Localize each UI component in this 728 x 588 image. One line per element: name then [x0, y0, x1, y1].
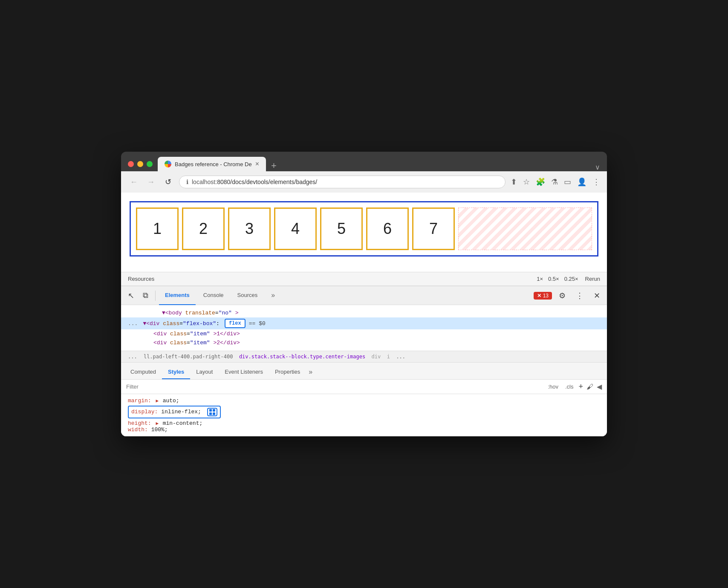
css-rules: margin: ▶ auto; display: inline-flex; — [121, 394, 607, 436]
breadcrumb-bar: ... ll.pad-left-400.pad-right-400 div.st… — [121, 351, 607, 363]
minimize-button[interactable] — [137, 161, 143, 167]
dom-div-tag: ▼<div class="flex-box": — [143, 320, 219, 327]
security-icon: ℹ — [186, 179, 188, 185]
dom-tree: ▼<body translate="no" > ... ▼<div class=… — [121, 305, 607, 351]
dom-item1-line[interactable]: <div class="item" >1</div> — [121, 329, 607, 338]
css-prop-height: height: — [128, 420, 151, 427]
styles-filter-input[interactable] — [126, 383, 543, 390]
css-value-margin: auto; — [163, 398, 179, 404]
zoom-1x-button[interactable]: 1× — [537, 276, 543, 282]
bookmark-icon[interactable]: ☆ — [523, 177, 530, 187]
styles-filter-bar: :hov .cls + 🖌 ◀ — [121, 380, 607, 394]
resources-label: Resources — [128, 276, 154, 282]
tab-layout[interactable]: Layout — [190, 365, 219, 379]
toolbar-separator — [155, 291, 156, 301]
flex-demo-inner: 1 2 3 4 5 6 7 — [136, 208, 592, 250]
flex-item-2: 2 — [182, 208, 225, 250]
css-arrow-margin[interactable]: ▶ — [156, 398, 161, 404]
flex-overflow-area — [458, 208, 592, 250]
tab-more-button[interactable]: » — [265, 286, 281, 305]
dom-item2-line[interactable]: <div class="item" >2</div> — [121, 338, 607, 347]
cls-button[interactable]: .cls — [563, 383, 575, 391]
tab-properties[interactable]: Properties — [269, 365, 306, 379]
new-tab-button[interactable]: + — [268, 160, 280, 171]
tab-title: Badges reference - Chrome De — [175, 161, 252, 167]
badge-cell-1 — [209, 409, 212, 412]
tab-close-button[interactable]: × — [255, 160, 259, 168]
badge-cell-2 — [213, 409, 215, 412]
add-style-button[interactable]: + — [578, 382, 583, 391]
extensions-icon[interactable]: 🧩 — [536, 177, 545, 187]
breadcrumb-item-2[interactable]: div.stack.stack--block.type.center-image… — [239, 354, 365, 360]
more-menu-icon[interactable]: ⋮ — [592, 177, 600, 187]
filter-actions: :hov .cls + 🖌 ◀ — [546, 382, 602, 391]
dom-body-line[interactable]: ▼<body translate="no" > — [121, 308, 607, 317]
dom-div-flex-line[interactable]: ... ▼<div class="flex-box": flex == $0 — [121, 317, 607, 329]
rerun-button[interactable]: Rerun — [585, 276, 600, 282]
hov-button[interactable]: :hov — [546, 383, 560, 391]
inspector-icon[interactable]: ↖ — [124, 288, 138, 303]
address-input[interactable]: ℹ localhost:8080/docs/devtools/elements/… — [179, 176, 506, 188]
css-rule-margin: margin: ▶ auto; — [128, 398, 600, 404]
tab-styles-more-button[interactable]: » — [306, 365, 315, 379]
breadcrumb-item-4[interactable]: i — [387, 354, 390, 360]
active-tab[interactable]: Badges reference - Chrome De × — [158, 157, 266, 171]
tab-elements[interactable]: Elements — [159, 286, 196, 305]
breadcrumb-ellipsis-left[interactable]: ... — [128, 354, 137, 360]
layout-icon[interactable]: ▭ — [564, 177, 571, 187]
more-options-icon[interactable]: ⋮ — [572, 288, 587, 303]
breadcrumb-ellipsis-right[interactable]: ... — [396, 354, 405, 360]
zoom-05x-button[interactable]: 0.5× — [548, 276, 559, 282]
breadcrumb-item-1[interactable]: ll.pad-left-400.pad-right-400 — [144, 354, 233, 360]
forward-button[interactable]: → — [145, 178, 157, 187]
dom-item2-tag: <div class="item" >2</div> — [153, 340, 240, 346]
flex-item-1: 1 — [136, 208, 179, 250]
tab-styles[interactable]: Styles — [162, 365, 190, 379]
devtools-control-bar: Resources 1× 0.5× 0.25× Rerun — [121, 272, 607, 285]
styles-tabs: Computed Styles Layout Event Listeners P… — [121, 363, 607, 380]
traffic-lights — [128, 161, 153, 167]
title-bar: Badges reference - Chrome De × + ∨ — [121, 152, 607, 171]
reload-button[interactable]: ↺ — [162, 177, 174, 187]
flex-demo-container: 1 2 3 4 5 6 7 — [130, 201, 598, 257]
tab-chevron-icon[interactable]: ∨ — [595, 163, 600, 171]
back-arrow-icon[interactable]: ◀ — [597, 383, 602, 391]
page-content: 1 2 3 4 5 6 7 — [121, 193, 607, 272]
css-value-display: inline-flex; — [161, 409, 201, 415]
tab-console[interactable]: Console — [197, 286, 230, 305]
tab-bar: Badges reference - Chrome De × + ∨ — [158, 157, 600, 171]
css-arrow-height[interactable]: ▶ — [156, 421, 161, 426]
address-actions: ⬆ ☆ 🧩 ⚗ ▭ 👤 ⋮ — [511, 177, 600, 187]
paint-icon[interactable]: 🖌 — [586, 383, 593, 391]
tab-sources[interactable]: Sources — [231, 286, 264, 305]
css-rule-display: display: inline-flex; — [128, 406, 600, 418]
zoom-025x-button[interactable]: 0.25× — [564, 276, 578, 282]
profile-icon[interactable]: 👤 — [577, 177, 586, 187]
share-icon[interactable]: ⬆ — [511, 177, 517, 187]
address-text: localhost:8080/docs/devtools/elements/ba… — [192, 179, 317, 185]
display-badge-inner — [209, 409, 215, 415]
tab-computed[interactable]: Computed — [124, 365, 162, 379]
device-toggle-icon[interactable]: ⧉ — [139, 288, 152, 303]
close-devtools-icon[interactable]: ✕ — [590, 288, 604, 303]
tab-event-listeners[interactable]: Event Listeners — [219, 365, 269, 379]
dom-dollar-zero: $0 — [259, 320, 266, 327]
flex-item-3: 3 — [228, 208, 271, 250]
close-button[interactable] — [128, 161, 134, 167]
css-prop-width: width: — [128, 427, 148, 433]
css-rule-width: width: 100%; — [128, 427, 600, 433]
dom-body-tag: ▼<body translate="no" > — [162, 310, 238, 316]
flex-badge[interactable]: flex — [225, 319, 246, 328]
address-bar: ← → ↺ ℹ localhost:8080/docs/devtools/ele… — [121, 171, 607, 193]
display-badge[interactable] — [207, 408, 217, 416]
breadcrumb-item-3[interactable]: div — [372, 354, 381, 360]
error-badge: ✕ 13 — [534, 292, 552, 300]
flex-item-5: 5 — [320, 208, 363, 250]
css-value-width: 100%; — [151, 427, 168, 433]
settings-icon[interactable]: ⚙ — [555, 288, 569, 303]
back-button[interactable]: ← — [128, 178, 140, 187]
maximize-button[interactable] — [147, 161, 153, 167]
flask-icon[interactable]: ⚗ — [551, 177, 558, 187]
tab-favicon — [165, 161, 171, 167]
error-icon: ✕ — [537, 293, 541, 299]
